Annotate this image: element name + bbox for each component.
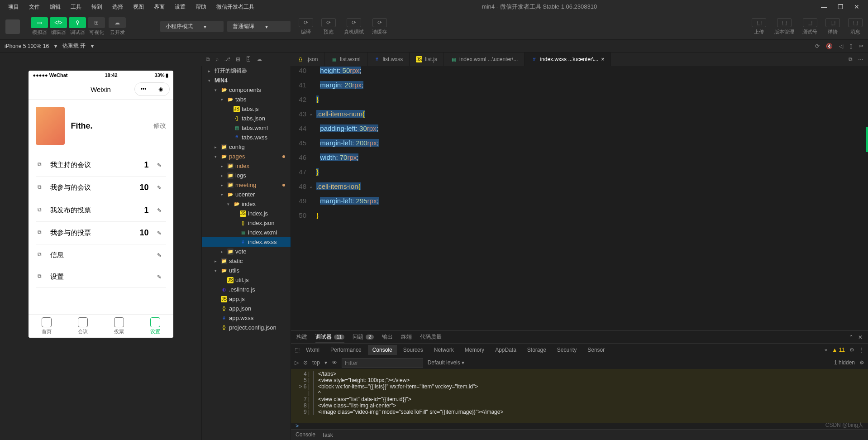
btab-输出[interactable]: 输出 (382, 333, 393, 341)
footer-console[interactable]: Console (296, 431, 315, 438)
target-icon[interactable]: ◉ (158, 86, 163, 92)
gear-icon[interactable]: ⚙ (849, 347, 854, 353)
清缓存-button[interactable]: ⟳ (372, 18, 387, 27)
btab-构建[interactable]: 构建 (296, 333, 307, 341)
cell-item[interactable]: ⧉信息✎ (36, 244, 166, 266)
close-icon[interactable]: × (601, 56, 604, 62)
cell-item[interactable]: ⧉我参与的投票10✎ (36, 222, 166, 244)
menu-帮助[interactable]: 帮助 (191, 1, 211, 13)
tree-utils[interactable]: ▾📂utils (202, 266, 291, 275)
tree-tabs.wxml[interactable]: ▤tabs.wxml (202, 123, 291, 133)
console-prompt[interactable]: > (291, 423, 868, 429)
eye-icon[interactable]: 👁 (332, 359, 337, 366)
device-info[interactable]: iPhone 5 100% 16 (5, 43, 49, 49)
tree-index.json[interactable]: {}index.json (202, 218, 291, 228)
tree-vote[interactable]: ▸📁vote (202, 247, 291, 256)
menu-项目[interactable]: 项目 (4, 1, 24, 13)
levels-dropdown[interactable]: Default levels ▾ (428, 359, 464, 366)
user-avatar[interactable] (5, 19, 20, 34)
tab-list.js[interactable]: JSlist.js (410, 53, 444, 66)
devtab-Console[interactable]: Console (368, 345, 397, 355)
phone-icon[interactable]: ▯ (849, 43, 853, 49)
devtab-Wxml[interactable]: Wxml (301, 345, 324, 355)
db-icon[interactable]: 🗄 (246, 56, 251, 62)
profile-avatar[interactable] (36, 107, 65, 145)
split-icon[interactable]: ⧉ (849, 56, 853, 62)
menu-工具[interactable]: 工具 (66, 1, 86, 13)
真机调试-button[interactable]: ⟳ (347, 18, 361, 27)
devtab-Sources[interactable]: Sources (399, 345, 428, 355)
menu-编辑[interactable]: 编辑 (45, 1, 65, 13)
code-editor[interactable]: 40414243⌄4445464748⌄4950 height: 50rpx; … (291, 63, 868, 330)
cell-item[interactable]: ⧉我发布的投票1✎ (36, 199, 166, 222)
版本管理-button[interactable]: ⬚ (777, 18, 792, 27)
tree-components[interactable]: ▾📂components (202, 85, 291, 95)
测试号-button[interactable]: ⬚ (803, 18, 817, 27)
nav-投票[interactable]: 投票 (101, 315, 137, 338)
compile-dropdown[interactable]: 普通编译▾ (227, 21, 291, 32)
cell-item[interactable]: ⧉设置✎ (36, 266, 166, 288)
tree-app.json[interactable]: {}app.json (202, 304, 291, 313)
tree-util.js[interactable]: JSutil.js (202, 275, 291, 285)
tree-index.wxss[interactable]: #index.wxss (202, 237, 291, 247)
menu-文件[interactable]: 文件 (24, 1, 44, 13)
tree-app.wxss[interactable]: #app.wxss (202, 313, 291, 323)
devtab-AppData[interactable]: AppData (491, 345, 521, 355)
tree-config[interactable]: ▸📁config (202, 142, 291, 152)
editor-toggle[interactable]: </> (50, 17, 67, 28)
tree-index[interactable]: ▸📁index (202, 161, 291, 171)
mute-icon[interactable]: 🔇 (826, 43, 833, 49)
btab-终端[interactable]: 终端 (401, 333, 412, 341)
more-icon[interactable]: » (825, 347, 828, 353)
mode-dropdown[interactable]: 小程序模式▾ (160, 21, 224, 32)
hidden-count[interactable]: 1 hidden (834, 359, 855, 366)
tree-project.config.json[interactable]: {}project.config.json (202, 323, 291, 332)
tree-.eslintrc.js[interactable]: ◐.eslintrc.js (202, 285, 291, 294)
tree-index.js[interactable]: JSindex.js (202, 209, 291, 218)
edit-icon[interactable]: ✎ (157, 162, 164, 168)
edit-icon[interactable]: ✎ (157, 230, 164, 236)
inspect-icon[interactable]: ⬚ (295, 347, 300, 353)
close-button[interactable]: ✕ (853, 3, 861, 11)
cloud-icon[interactable]: ☁ (257, 56, 262, 62)
context-select[interactable]: top (312, 359, 320, 366)
back-icon[interactable]: ◁ (839, 43, 843, 49)
上传-button[interactable]: ⬚ (752, 18, 766, 27)
minimize-button[interactable]: — (820, 3, 828, 11)
edit-icon[interactable]: ✎ (157, 185, 164, 191)
tree-meeting[interactable]: ▸📁meeting (202, 180, 291, 190)
tree-tabs.wxss[interactable]: #tabs.wxss (202, 133, 291, 142)
nav-设置[interactable]: 设置 (137, 315, 173, 338)
footer-task[interactable]: Task (322, 432, 333, 438)
btab-代码质量[interactable]: 代码质量 (420, 333, 442, 341)
refresh-icon[interactable]: ⟳ (815, 43, 820, 49)
nav-会议[interactable]: 会议 (65, 315, 101, 338)
hot-reload[interactable]: 热重载 开 (62, 42, 86, 50)
close-icon[interactable]: ✕ (858, 334, 863, 340)
cell-item[interactable]: ⧉我参与的会议10✎ (36, 177, 166, 199)
menu-微信开发者工具[interactable]: 微信开发者工具 (212, 1, 259, 13)
extensions-icon[interactable]: ⊞ (236, 56, 240, 62)
section-open-editors[interactable]: ▸打开的编辑器 (202, 66, 291, 76)
maximize-button[interactable]: ❐ (836, 3, 844, 11)
tab-index.wxml  ...\ucenter\...[interactable]: ▤index.wxml ...\ucenter\... (444, 53, 525, 66)
simulator-toggle[interactable]: ▭ (31, 17, 48, 28)
tree-app.js[interactable]: JSapp.js (202, 294, 291, 304)
menu-视图[interactable]: 视图 (129, 1, 148, 13)
filter-input[interactable] (342, 358, 423, 368)
debugger-toggle[interactable]: ⚲ (69, 17, 86, 28)
menu-界面[interactable]: 界面 (149, 1, 169, 13)
gear-icon[interactable]: ⚙ (859, 359, 864, 366)
section-project[interactable]: ▾MIN4 (202, 76, 291, 85)
chevron-up-icon[interactable]: ⌃ (849, 334, 854, 340)
edit-icon[interactable]: ✎ (157, 274, 164, 280)
more-icon[interactable]: ⋮ (859, 347, 864, 353)
devtab-Security[interactable]: Security (553, 345, 581, 355)
copy-icon[interactable]: ⧉ (206, 56, 210, 62)
btab-问题[interactable]: 问题2 (353, 333, 374, 341)
edit-icon[interactable]: ✎ (157, 252, 164, 258)
devtab-Performance[interactable]: Performance (326, 345, 366, 355)
tree-tabs[interactable]: ▾📂tabs (202, 95, 291, 104)
more-icon[interactable]: ⋯ (858, 56, 863, 62)
tree-tabs.json[interactable]: {}tabs.json (202, 114, 291, 123)
